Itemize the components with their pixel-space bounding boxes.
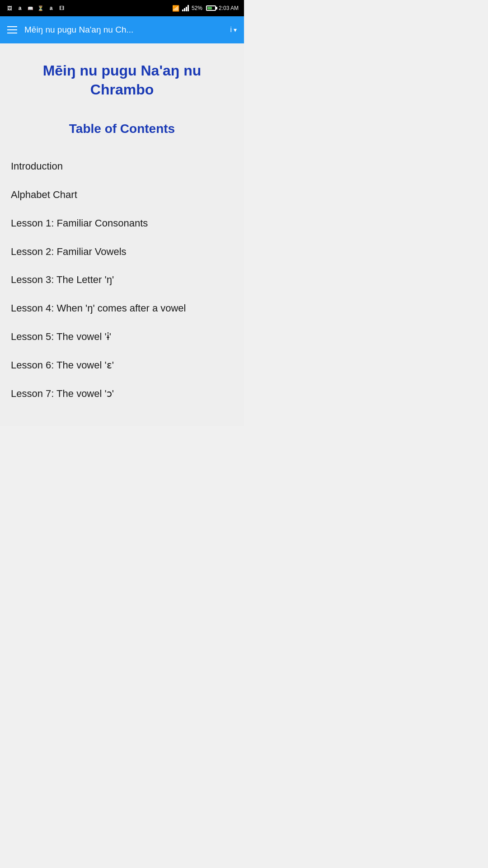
app-bar: Mēiŋ nu pugu Na'aŋ nu Ch... i ▾ [0,16,244,43]
timer-icon: ⏳ [37,4,45,12]
toc-list: IntroductionAlphabet ChartLesson 1: Fami… [11,152,233,408]
toc-item[interactable]: Lesson 4: When 'ŋ' comes after a vowel [11,294,233,323]
status-icons-left: 🖼 a 📖 ⏳ a 🎞 [5,4,66,12]
toc-item[interactable]: Alphabet Chart [11,181,233,209]
toc-item[interactable]: Lesson 3: The Letter 'ŋ' [11,266,233,294]
signal-icon [182,5,189,11]
clock: 2:03 AM [219,5,239,11]
amazon2-icon: a [47,4,55,12]
info-button[interactable]: i [230,26,232,34]
battery-icon [206,5,216,11]
app-bar-title: Mēiŋ nu pugu Na'aŋ nu Ch... [24,25,223,35]
toc-item[interactable]: Lesson 5: The vowel 'ɨ' [11,323,233,351]
status-icons-right: 📶 52% 2:03 AM [172,5,239,12]
dropdown-button[interactable]: ▾ [234,26,237,33]
toc-item[interactable]: Lesson 1: Familiar Consonants [11,209,233,238]
toc-item[interactable]: Introduction [11,152,233,181]
toc-item[interactable]: Lesson 2: Familiar Vowels [11,238,233,266]
toc-item[interactable]: Lesson 7: The vowel 'ɔ' [11,380,233,408]
bible-icon: 📖 [26,4,34,12]
book-title: Mēiŋ nu pugu Na'aŋ nu Chrambo [11,61,233,99]
menu-button[interactable] [7,26,17,33]
main-content: Mēiŋ nu pugu Na'aŋ nu Chrambo Table of C… [0,43,244,426]
status-bar: 🖼 a 📖 ⏳ a 🎞 📶 52% 2:03 AM [0,0,244,16]
wifi-icon: 📶 [172,5,179,12]
amazon-icon: a [16,4,24,12]
film-icon: 🎞 [57,4,66,12]
battery-percentage: 52% [192,5,202,11]
app-bar-actions: i ▾ [230,26,237,34]
toc-heading: Table of Contents [11,122,233,136]
toc-item[interactable]: Lesson 6: The vowel 'ɛ' [11,351,233,380]
photo-icon: 🖼 [5,4,14,12]
